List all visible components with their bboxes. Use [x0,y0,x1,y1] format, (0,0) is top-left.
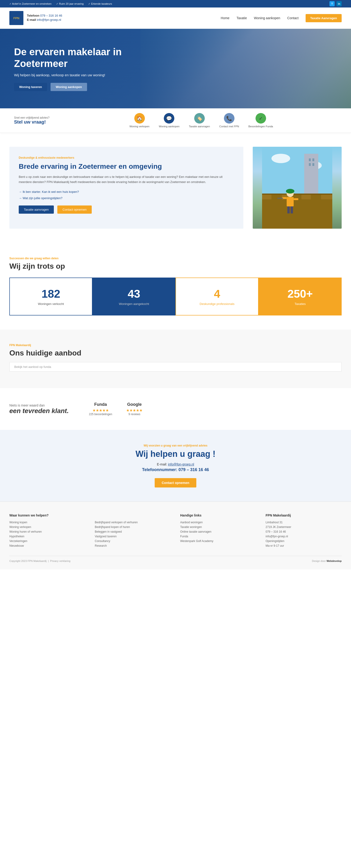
funda-title: Funda [89,402,112,407]
logo: FPN [9,11,23,25]
svg-rect-19 [287,197,294,207]
stat-aangekocht: 43 Woningen aangekocht [92,278,176,315]
quick-cta: Stel uw vraag! [14,119,56,125]
quick-item-label: Woning aankopen [159,125,180,128]
stats-section: Successen die we graag willen delen Wij … [0,243,351,330]
taxatie-aanvragen-button[interactable]: Taxatie Aanvragen [306,14,342,22]
stat-verkocht: 182 Woningen verkocht [9,278,92,315]
quick-items-list: 🏠 Woning verkopen 💬 Woning aankopen 🏷️ T… [66,113,337,128]
footer-link-item[interactable]: Woning huren of verhuren [9,530,86,533]
quick-item-funda[interactable]: ✓ Beoordelingen Funda [248,113,273,128]
footer-link-item[interactable]: Vastgoed taxeren [95,535,171,538]
stat-label-professionals: Deskundige professionals [183,302,251,306]
svg-rect-16 [321,195,332,199]
cta-contact-button[interactable]: Contact opnemen [155,478,196,488]
phone-icon: 📞 [224,113,234,124]
svg-point-1 [272,154,290,163]
stat-taxaties: 250+ Taxaties [259,278,342,315]
footer-email: info@fpn-groep.nl [265,535,342,538]
contact-info: Telefoon 079 – 316 16 46 E-mail info@fpn… [27,14,62,22]
about-link2[interactable]: Wat zijn jullie openingstijden? [19,196,234,201]
footer-link-aanbod[interactable]: Aanbod woningen [180,521,256,524]
svg-rect-24 [277,198,283,199]
hero-content: De ervaren makelaar in Zoetermeer Wij he… [14,46,131,91]
email-link[interactable]: info@fpn-groep.nl [37,18,61,22]
svg-rect-23 [291,207,293,213]
footer-link-item[interactable]: Nieuwbouw [9,544,86,547]
footer-col-3: Handige links Aanbod woningen Taxatie wo… [180,514,256,549]
aanbod-filter[interactable]: Bekijk het aanbod op funda [9,362,342,372]
aanbod-tag: FPN Makelaardij [9,344,342,347]
reviews-left: Niets is meer waard dan een tevreden kla… [9,403,75,415]
linkedin-icon[interactable]: in [337,1,342,6]
footer-link-item[interactable]: Consultancy [95,539,171,543]
about-taxatie-button[interactable]: Taxatie aanvragen [19,206,54,214]
svg-rect-14 [301,195,311,199]
quick-item-contact[interactable]: 📞 Contact met FPN [219,113,239,128]
footer-link-taxatie[interactable]: Taxatie woningen [180,525,256,529]
footer-link-item[interactable]: Research [95,544,171,547]
footer: Waar kunnen we helpen? Woning kopen Woni… [0,501,351,569]
chat-icon: 💬 [164,113,174,124]
badge-erkend: Erkende taxateurs [88,2,112,5]
hero-section: De ervaren makelaar in Zoetermeer Wij he… [0,29,351,108]
footer-link-item[interactable]: Hypotheken [9,535,86,538]
aanbod-section: FPN Makelaardij Ons huidige aanbod Bekij… [0,330,351,388]
reviews-subtitle: Niets is meer waard dan [9,403,75,407]
quick-item-taxatie[interactable]: 🏷️ Taxatie aanvragen [189,113,210,128]
phone-link[interactable]: 079 – 316 16 46 [40,14,62,17]
footer-link-item[interactable]: Woning kopen [9,521,86,524]
stats-title: Wij zijn trots op [9,262,342,271]
about-image [253,147,342,229]
about-contact-button[interactable]: Contact opnemen [57,206,92,214]
footer-col4-title: FPN Makelaardij [265,514,342,517]
quick-item-aankopen[interactable]: 💬 Woning aankopen [159,113,180,128]
stat-label-verkocht: Woningen verkocht [17,302,85,306]
hero-aankopen-button[interactable]: Woning aankopen [51,83,87,91]
about-section: Deskundige & enthousiaste medewerkers Br… [0,133,351,243]
footer-openingstijden: Openingstijden [265,539,342,543]
badge-ervaring: Ruim 20 jaar ervaring [56,2,84,5]
quick-item-verkopen[interactable]: 🏠 Woning verkopen [129,113,149,128]
footer-bottom: Copyright 2023 FPN Makelaardij | Privacy… [9,556,342,562]
footer-privacy-link[interactable]: Privacy verklaring [50,560,70,562]
footer-address2: 2719 JK Zoetermeer [265,525,342,529]
check-icon: ✓ [256,113,266,124]
svg-rect-10 [262,195,272,199]
phone-info: Telefoon 079 – 316 16 46 [27,14,62,17]
nav-contact[interactable]: Contact [287,16,298,20]
about-tag: Deskundige & enthousiaste medewerkers [19,156,234,159]
nav-taxatie[interactable]: Taxatie [236,16,247,20]
about-buttons: Taxatie aanvragen Contact opnemen [19,206,234,214]
quick-services: Snel een vrijblijvend advies? Stel uw vr… [0,108,351,133]
hero-taxeren-button[interactable]: Woning taxeren [14,83,47,91]
stat-number-aangekocht: 43 [100,287,168,300]
nav-woning[interactable]: Woning aankopen [254,16,280,20]
about-title: Brede ervaring in Zoetermeer en omgeving [19,162,234,171]
google-review: Google ★★★★★ 9 reviews [126,402,142,416]
google-stars: ★★★★★ [126,408,142,412]
footer-link-item[interactable]: Bedrijfspand verkopen of verhuren [95,521,171,524]
footer-link-item[interactable]: Bedrijfspand kopen of huren [95,525,171,529]
header-left: FPN Telefoon 079 – 316 16 46 E-mail info… [9,11,62,25]
cta-email-link[interactable]: info@fpn-groep.nl [168,462,194,466]
svg-rect-6 [309,163,311,166]
footer-hours: Ma-vr 9-17 uur [265,544,342,547]
footer-col3-title: Handige links [180,514,256,517]
quick-item-label: Contact met FPN [219,125,239,128]
worker-image [253,147,342,229]
aanbod-title: Ons huidige aanbod [9,349,342,358]
footer-link-item[interactable]: Beleggen in vastgoed [95,530,171,533]
footer-link-item[interactable]: Woning verkopen [9,525,86,529]
social-icons: T in [329,1,342,6]
cta-tag: Wij voorzien u graag van een vrijblijven… [9,444,342,447]
footer-link-item[interactable]: Verzekeringen [9,539,86,543]
footer-link-online-taxatie[interactable]: Online taxatie aanvragen [180,530,256,533]
footer-link-golf[interactable]: Westenpark Golf Academy [180,539,256,543]
stat-label-aangekocht: Woningen aangekocht [100,302,168,306]
about-link1[interactable]: Ik ben starter. Kan ik wel een huis kope… [19,189,234,194]
twitter-icon[interactable]: T [329,1,334,6]
footer-link-funda[interactable]: Funda [180,535,256,538]
badge-actief: Actief in Zoetermeer en omstreken [9,2,52,5]
nav-home[interactable]: Home [221,16,229,20]
